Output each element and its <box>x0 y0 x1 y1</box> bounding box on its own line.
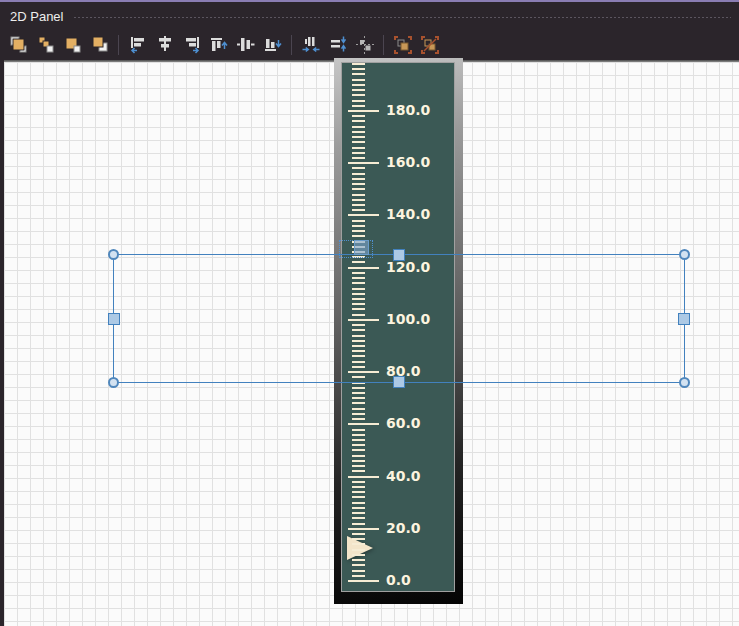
meter-minor-tick <box>352 543 365 545</box>
align-right-icon <box>182 35 202 55</box>
ungroup-button[interactable] <box>416 33 443 57</box>
meter-minor-tick <box>352 115 365 117</box>
align-top-button[interactable] <box>205 33 232 57</box>
send-backward-button[interactable] <box>59 33 86 57</box>
meter-minor-tick <box>352 538 365 540</box>
selection-handle-middle-right[interactable] <box>678 313 690 325</box>
align-middle-button[interactable] <box>232 33 259 57</box>
titlebar-dotted-divider <box>73 16 731 19</box>
selection-handle-middle-left[interactable] <box>108 313 120 325</box>
toolbar-separator <box>291 35 292 55</box>
meter-minor-tick <box>352 392 365 394</box>
meter-minor-tick <box>352 564 365 566</box>
meter-minor-tick <box>352 570 365 572</box>
meter-minor-tick <box>352 94 365 96</box>
meter-minor-tick <box>352 418 365 420</box>
selection-handle-top-left[interactable] <box>108 249 119 260</box>
panel-titlebar: 2D Panel <box>0 2 739 30</box>
selection-handle-bottom-left[interactable] <box>108 377 119 388</box>
selection-handle-top-right[interactable] <box>679 249 690 260</box>
selection-rectangle <box>113 254 685 383</box>
meter-major-tick <box>348 528 379 530</box>
meter-minor-tick <box>352 502 365 504</box>
make-vertical-spacing-equal-button[interactable] <box>324 33 351 57</box>
meter-minor-tick <box>352 235 365 237</box>
meter-minor-tick <box>352 397 365 399</box>
meter-tick-label: 160.0 <box>386 155 430 171</box>
meter-minor-tick <box>352 533 365 535</box>
meter-minor-tick <box>352 183 365 185</box>
panel-title: 2D Panel <box>0 9 63 24</box>
meter-major-tick <box>348 580 379 582</box>
meter-minor-tick <box>352 413 365 415</box>
selection-handle-top-center[interactable] <box>393 249 405 261</box>
meter-major-tick <box>348 476 379 478</box>
meter-minor-tick <box>352 105 365 107</box>
meter-minor-tick <box>352 120 365 122</box>
bring-to-front-button[interactable] <box>5 33 32 57</box>
meter-minor-tick <box>352 225 365 227</box>
meter-minor-tick <box>352 131 365 133</box>
align-bottom-button[interactable] <box>259 33 286 57</box>
meter-minor-tick <box>352 188 365 190</box>
selection-handle-bottom-right[interactable] <box>679 377 690 388</box>
meter-minor-tick <box>352 470 365 472</box>
meter-minor-tick <box>352 209 365 211</box>
meter-minor-tick <box>352 167 365 169</box>
meter-minor-tick <box>352 152 365 154</box>
selection-handle-bottom-center[interactable] <box>393 376 405 388</box>
meter-minor-tick <box>352 496 365 498</box>
meter-minor-tick <box>352 465 365 467</box>
meter-minor-tick <box>352 523 365 525</box>
horizontal-spacing-icon <box>301 35 321 55</box>
meter-minor-tick <box>352 402 365 404</box>
meter-major-tick <box>348 162 379 164</box>
send-to-back-icon <box>90 35 110 55</box>
align-left-button[interactable] <box>124 33 151 57</box>
center-in-window-button[interactable] <box>351 33 378 57</box>
make-horizontal-spacing-equal-button[interactable] <box>297 33 324 57</box>
align-center-button[interactable] <box>151 33 178 57</box>
align-top-icon <box>209 35 229 55</box>
center-in-window-icon <box>355 35 375 55</box>
meter-tick-label: 140.0 <box>386 207 430 223</box>
align-right-button[interactable] <box>178 33 205 57</box>
align-left-icon <box>128 35 148 55</box>
meter-minor-tick <box>352 136 365 138</box>
meter-minor-tick <box>352 100 365 102</box>
meter-minor-tick <box>352 507 365 509</box>
meter-minor-tick <box>352 173 365 175</box>
meter-minor-tick <box>352 126 365 128</box>
meter-major-tick <box>348 110 379 112</box>
ungroup-icon <box>420 35 440 55</box>
meter-tick-label: 180.0 <box>386 102 430 118</box>
2d-panel-window: 2D Panel <box>0 0 739 626</box>
bring-to-front-icon <box>9 35 29 55</box>
meter-minor-tick <box>352 84 365 86</box>
meter-major-tick <box>348 423 379 425</box>
send-to-back-button[interactable] <box>86 33 113 57</box>
meter-minor-tick <box>352 387 365 389</box>
bring-forward-icon <box>36 35 56 55</box>
meter-minor-tick <box>352 439 365 441</box>
anchor-handle[interactable] <box>354 240 369 255</box>
meter-minor-tick <box>352 491 365 493</box>
meter-minor-tick <box>352 157 365 159</box>
meter-minor-tick <box>352 455 365 457</box>
meter-minor-tick <box>352 460 365 462</box>
toolbar <box>0 30 739 60</box>
meter-minor-tick <box>352 512 365 514</box>
meter-minor-tick <box>352 194 365 196</box>
meter-tick-label: 40.0 <box>386 468 421 484</box>
align-bottom-icon <box>263 35 283 55</box>
group-button[interactable] <box>389 33 416 57</box>
align-center-icon <box>155 35 175 55</box>
meter-minor-tick <box>352 449 365 451</box>
meter-minor-tick <box>352 79 365 81</box>
meter-minor-tick <box>352 429 365 431</box>
meter-minor-tick <box>352 68 365 70</box>
group-icon <box>393 35 413 55</box>
meter-minor-tick <box>352 549 365 551</box>
bring-forward-button[interactable] <box>32 33 59 57</box>
meter-minor-tick <box>352 408 365 410</box>
